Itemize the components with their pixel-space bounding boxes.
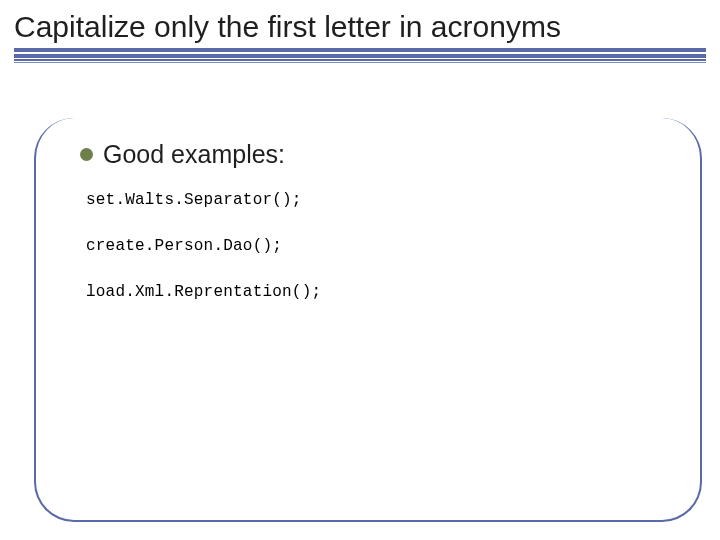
slide-title: Capitalize only the first letter in acro…: [14, 8, 706, 46]
bullet-item: Good examples:: [80, 140, 672, 169]
content-box: Good examples: set.Walts.Separator(); cr…: [34, 118, 702, 522]
code-example-1: set.Walts.Separator();: [86, 191, 672, 209]
title-underline: [14, 48, 706, 63]
code-example-2: create.Person.Dao();: [86, 237, 672, 255]
bullet-label: Good examples:: [103, 140, 285, 169]
code-example-3: load.Xml.Reprentation();: [86, 283, 672, 301]
title-block: Capitalize only the first letter in acro…: [0, 0, 720, 63]
bullet-icon: [80, 148, 93, 161]
